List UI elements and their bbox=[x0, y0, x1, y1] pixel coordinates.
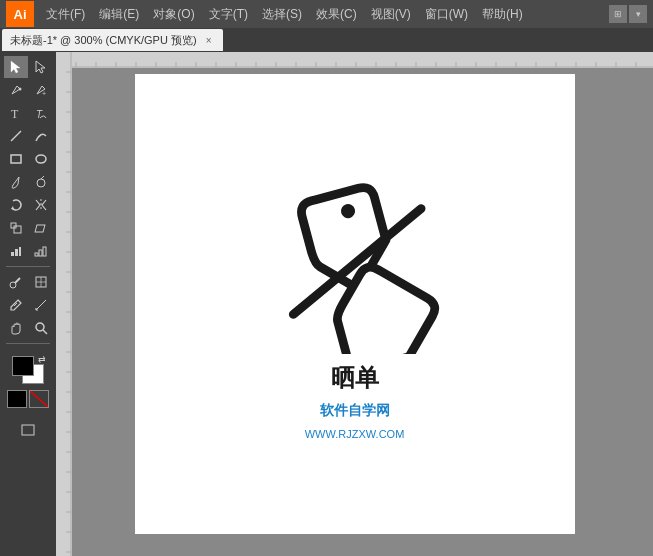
tab-bar: 未标题-1* @ 300% (CMYK/GPU 预览) × bbox=[0, 28, 653, 52]
screen-mode-button[interactable] bbox=[16, 419, 40, 441]
main-layout: + T T bbox=[0, 52, 653, 556]
rect-tool[interactable] bbox=[4, 148, 28, 170]
swap-colors-icon[interactable]: ⇄ bbox=[38, 354, 46, 364]
tool-row-5 bbox=[0, 148, 56, 170]
tab-label: 未标题-1* @ 300% (CMYK/GPU 预览) bbox=[10, 33, 197, 48]
tool-row-12 bbox=[0, 317, 56, 339]
reflect-tool[interactable] bbox=[29, 194, 53, 216]
svg-rect-19 bbox=[35, 253, 38, 256]
rotate-tool[interactable] bbox=[4, 194, 28, 216]
menu-edit[interactable]: 编辑(E) bbox=[93, 4, 145, 25]
menu-help[interactable]: 帮助(H) bbox=[476, 4, 529, 25]
ellipse-tool[interactable] bbox=[29, 148, 53, 170]
tool-divider-2 bbox=[6, 343, 50, 344]
tool-row-2: + bbox=[0, 79, 56, 101]
svg-marker-11 bbox=[11, 206, 14, 210]
icon-label: 晒单 bbox=[331, 362, 379, 394]
eyedropper-tool[interactable] bbox=[4, 294, 28, 316]
svg-point-8 bbox=[36, 155, 46, 163]
menu-file[interactable]: 文件(F) bbox=[40, 4, 91, 25]
tab-close-button[interactable]: × bbox=[203, 34, 215, 46]
column-graph-tool[interactable] bbox=[29, 240, 53, 262]
menu-text[interactable]: 文字(T) bbox=[203, 4, 254, 25]
tool-row-4 bbox=[0, 125, 56, 147]
svg-point-2 bbox=[18, 88, 21, 91]
menu-effect[interactable]: 效果(C) bbox=[310, 4, 363, 25]
svg-rect-7 bbox=[11, 155, 21, 163]
ai-logo: Ai bbox=[6, 1, 34, 27]
arc-tool[interactable] bbox=[29, 125, 53, 147]
svg-rect-13 bbox=[14, 226, 21, 233]
svg-marker-1 bbox=[36, 61, 45, 73]
menu-object[interactable]: 对象(O) bbox=[147, 4, 200, 25]
tool-divider-1 bbox=[6, 266, 50, 267]
icon-group: 晒单 软件自学网 WWW.RJZXW.COM bbox=[265, 169, 445, 440]
svg-line-28 bbox=[36, 300, 46, 310]
icon-url: WWW.RJZXW.COM bbox=[305, 428, 405, 440]
document-tab[interactable]: 未标题-1* @ 300% (CMYK/GPU 预览) × bbox=[2, 29, 223, 51]
svg-line-33 bbox=[30, 391, 48, 407]
blob-brush-tool[interactable] bbox=[29, 171, 53, 193]
tool-row-11 bbox=[0, 294, 56, 316]
tag-icon-svg bbox=[265, 169, 445, 354]
menu-window[interactable]: 窗口(W) bbox=[419, 4, 474, 25]
type-path-tool[interactable]: T bbox=[29, 102, 53, 124]
title-bar: Ai 文件(F) 编辑(E) 对象(O) 文字(T) 选择(S) 效果(C) 视… bbox=[0, 0, 653, 28]
direct-selection-tool[interactable] bbox=[29, 56, 53, 78]
tool-row-8 bbox=[0, 217, 56, 239]
canvas-area: 晒单 软件自学网 WWW.RJZXW.COM bbox=[56, 52, 653, 556]
svg-point-93 bbox=[339, 202, 356, 219]
graph-tool[interactable] bbox=[4, 240, 28, 262]
svg-text:T: T bbox=[11, 107, 19, 120]
mesh-tool[interactable] bbox=[29, 271, 53, 293]
menu-select[interactable]: 选择(S) bbox=[256, 4, 308, 25]
scale-tool[interactable] bbox=[4, 217, 28, 239]
svg-text:+: + bbox=[42, 90, 46, 97]
ruler-horizontal bbox=[56, 52, 653, 68]
fill-color-none[interactable] bbox=[7, 390, 27, 408]
paintbrush-tool[interactable] bbox=[4, 171, 28, 193]
tool-row-10 bbox=[0, 271, 56, 293]
svg-point-9 bbox=[37, 179, 45, 187]
ruler-vertical bbox=[56, 52, 72, 556]
svg-line-10 bbox=[41, 176, 44, 179]
icon-sublabel: 软件自学网 bbox=[320, 402, 390, 420]
type-tool[interactable]: T bbox=[4, 102, 28, 124]
measure-tool[interactable] bbox=[29, 294, 53, 316]
minimize-btn[interactable]: ▾ bbox=[629, 5, 647, 23]
menu-view[interactable]: 视图(V) bbox=[365, 4, 417, 25]
svg-rect-35 bbox=[56, 52, 653, 68]
line-tool[interactable] bbox=[4, 125, 28, 147]
svg-rect-20 bbox=[39, 250, 42, 256]
color-area: ⇄ bbox=[7, 352, 49, 412]
pen-tool[interactable] bbox=[4, 79, 28, 101]
hand-tool[interactable] bbox=[4, 317, 28, 339]
tool-row-3: T T bbox=[0, 102, 56, 124]
svg-rect-34 bbox=[22, 425, 34, 435]
svg-rect-66 bbox=[56, 52, 72, 556]
screen-mode-row bbox=[16, 419, 40, 441]
window-controls: ⊞ ▾ bbox=[609, 5, 647, 23]
color-swatches[interactable]: ⇄ bbox=[12, 356, 44, 384]
shear-tool[interactable] bbox=[29, 217, 53, 239]
tool-row-7 bbox=[0, 194, 56, 216]
layout-btn[interactable]: ⊞ bbox=[609, 5, 627, 23]
toolbar: + T T bbox=[0, 52, 56, 556]
svg-rect-21 bbox=[43, 247, 46, 256]
foreground-color-swatch[interactable] bbox=[12, 356, 34, 376]
symbol-sprayer-tool[interactable] bbox=[4, 271, 28, 293]
svg-rect-15 bbox=[35, 225, 45, 232]
add-anchor-tool[interactable]: + bbox=[29, 79, 53, 101]
svg-line-23 bbox=[15, 278, 20, 283]
tool-row-1 bbox=[0, 56, 56, 78]
svg-line-6 bbox=[11, 131, 21, 141]
svg-marker-0 bbox=[11, 61, 20, 73]
svg-rect-18 bbox=[19, 247, 21, 256]
zoom-tool[interactable] bbox=[29, 317, 53, 339]
svg-rect-16 bbox=[11, 252, 14, 256]
menu-bar: 文件(F) 编辑(E) 对象(O) 文字(T) 选择(S) 效果(C) 视图(V… bbox=[40, 4, 603, 25]
tool-row-6 bbox=[0, 171, 56, 193]
stroke-color-none[interactable] bbox=[29, 390, 49, 408]
svg-rect-17 bbox=[15, 249, 18, 256]
selection-tool[interactable] bbox=[4, 56, 28, 78]
